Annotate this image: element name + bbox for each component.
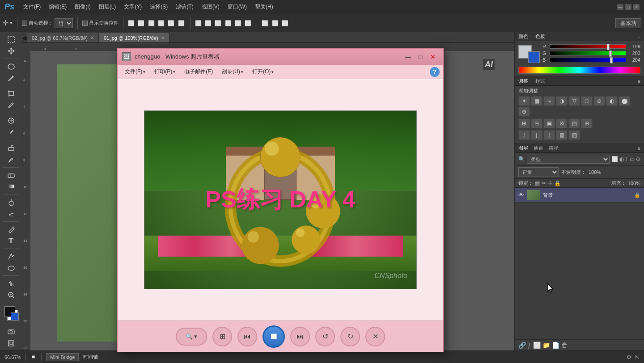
curves-6-btn[interactable]: ▨ xyxy=(568,130,580,140)
lock-transparent-icon[interactable]: ▦ xyxy=(535,180,540,186)
tab-2-close[interactable]: ✕ xyxy=(161,35,165,40)
pv-maximize-btn[interactable]: □ xyxy=(415,52,426,62)
pv-rotate-left-button[interactable]: ↺ xyxy=(315,327,335,346)
history-brush-tool[interactable] xyxy=(3,154,20,165)
menu-help[interactable]: 帮助(H) xyxy=(251,2,277,12)
levels-btn[interactable]: ▦ xyxy=(531,96,542,106)
workspace-selector[interactable]: 基本功 xyxy=(615,19,641,27)
pv-help-button[interactable]: ? xyxy=(430,67,440,77)
pv-close-btn[interactable]: ✕ xyxy=(427,52,439,62)
adjustment-filter-icon[interactable]: ◐ xyxy=(619,156,624,162)
auto-select-checkbox[interactable] xyxy=(22,21,27,26)
blend-mode-select[interactable]: 正常 xyxy=(518,167,559,177)
menu-edit[interactable]: 编辑(E) xyxy=(45,2,70,12)
close-button[interactable]: ✕ xyxy=(633,4,640,10)
pv-next-button[interactable]: ⏭ xyxy=(290,327,310,346)
settings-icon[interactable]: ⚙ xyxy=(627,354,631,360)
menu-file[interactable]: 文件(F) xyxy=(20,2,44,12)
lock-position-icon[interactable]: ✛ xyxy=(548,180,552,186)
selective-color-btn[interactable]: ⊞ xyxy=(581,118,593,128)
threshold-btn[interactable]: ⊠ xyxy=(556,118,568,128)
hue-saturation-btn[interactable]: ⬡ xyxy=(581,96,593,106)
styles-tab[interactable]: 样式 xyxy=(535,78,545,84)
expand-icon[interactable]: ⇱ xyxy=(635,354,640,360)
pv-delete-button[interactable]: ✕ xyxy=(365,327,385,346)
shape-filter-icon[interactable]: ▭ xyxy=(630,156,635,162)
exposure-btn[interactable]: ◑ xyxy=(556,96,568,106)
blue-channel-slider[interactable] xyxy=(550,58,626,62)
lasso-tool[interactable] xyxy=(3,61,20,72)
pv-menu-open[interactable]: 打开(O)▾ xyxy=(249,67,277,77)
add-style-btn[interactable]: ƒ xyxy=(528,342,531,349)
minimize-button[interactable]: — xyxy=(617,4,623,10)
healing-brush-tool[interactable] xyxy=(3,115,20,126)
pv-zoom-button[interactable]: 🔍 ▾ xyxy=(176,328,207,346)
pv-prev-button[interactable]: ⏮ xyxy=(237,327,257,346)
color-spectrum[interactable] xyxy=(518,67,640,74)
pv-menu-email[interactable]: 电子邮件(E) xyxy=(181,67,216,77)
eraser-tool[interactable] xyxy=(3,170,20,181)
menu-filter[interactable]: 滤镜(T) xyxy=(172,2,197,12)
path-selection-tool[interactable] xyxy=(3,251,20,262)
color-balance-btn[interactable]: ⊖ xyxy=(593,96,605,106)
transform-controls-checkbox[interactable] xyxy=(82,21,88,26)
layer-row-background[interactable]: 👁 背景 🔒 xyxy=(515,188,644,203)
move-tool[interactable] xyxy=(3,46,20,56)
menu-view[interactable]: 视图(V) xyxy=(198,2,223,12)
type-filter-icon[interactable]: T xyxy=(625,156,628,162)
paths-tab[interactable]: 路径 xyxy=(549,145,559,152)
pv-play-button[interactable]: ⏹ xyxy=(263,325,285,348)
layers-panel-menu-icon[interactable]: ≡ xyxy=(638,146,640,151)
mini-bridge-button[interactable]: Mini Bridge xyxy=(46,353,79,361)
channels-tab[interactable]: 通道 xyxy=(534,145,543,152)
pen-tool[interactable] xyxy=(3,224,20,235)
layer-type-filter[interactable]: 类型 xyxy=(527,155,610,164)
bw-btn[interactable]: ◐ xyxy=(606,96,618,106)
document-tab-1[interactable]: 02.jpg @ 66.7%(RGB/8#) ✕ xyxy=(27,33,99,42)
curves-2-btn[interactable]: ∫ xyxy=(518,130,530,140)
panel-collapse-left[interactable]: ≪ xyxy=(22,34,27,42)
delete-layer-btn[interactable]: 🗑 xyxy=(561,342,568,349)
clone-stamp-tool[interactable] xyxy=(3,143,20,153)
layer-visibility-icon[interactable]: 👁 xyxy=(518,192,524,198)
auto-select-dropdown[interactable]: 组 xyxy=(55,18,73,28)
magic-wand-tool[interactable] xyxy=(3,73,20,84)
curves-3-btn[interactable]: ∫ xyxy=(531,130,542,140)
link-layers-btn[interactable]: 🔗 xyxy=(518,342,526,349)
quick-mask-tool[interactable] xyxy=(3,326,20,337)
green-channel-thumb[interactable] xyxy=(609,51,612,57)
menu-select[interactable]: 选择(S) xyxy=(146,2,171,12)
tab-1-close[interactable]: ✕ xyxy=(90,35,94,40)
menu-window[interactable]: 窗口(W) xyxy=(224,2,250,12)
brightness-contrast-btn[interactable]: ✦ xyxy=(518,96,530,106)
color-fg-bg-swatches[interactable] xyxy=(518,45,540,63)
vibrance-btn[interactable]: ▽ xyxy=(568,96,580,106)
dodge-burn-tool[interactable] xyxy=(3,197,20,207)
red-channel-slider[interactable] xyxy=(550,44,626,49)
green-channel-slider[interactable] xyxy=(550,51,626,55)
curves-4-btn[interactable]: ∫ xyxy=(543,130,555,140)
curves-5-btn[interactable]: ▧ xyxy=(556,130,568,140)
lock-all-icon[interactable]: 🔒 xyxy=(554,180,561,186)
new-layer-btn[interactable]: 📄 xyxy=(552,342,559,349)
pv-rotate-right-button[interactable]: ↻ xyxy=(340,327,360,346)
crop-tool[interactable] xyxy=(3,88,20,99)
background-color-preview[interactable] xyxy=(528,51,540,63)
type-tool[interactable]: T xyxy=(3,236,20,246)
color-lookup-btn[interactable]: ⊞ xyxy=(518,118,530,128)
document-tab-2[interactable]: 01.jpg @ 100%(RGB/8#) ✕ xyxy=(99,33,169,42)
blue-channel-thumb[interactable] xyxy=(610,57,613,63)
hand-tool[interactable] xyxy=(3,278,20,289)
eyedropper-tool[interactable] xyxy=(3,100,20,110)
menu-image[interactable]: 图像(I) xyxy=(71,2,94,12)
red-channel-thumb[interactable] xyxy=(607,44,610,50)
photo-filter-btn[interactable]: ⬤ xyxy=(619,96,630,106)
pixel-filter-icon[interactable]: ⬜ xyxy=(611,156,618,162)
shape-tool[interactable] xyxy=(3,263,20,274)
color-swatches[interactable] xyxy=(3,306,20,321)
new-group-btn[interactable]: 📁 xyxy=(542,342,550,349)
pv-minimize-btn[interactable]: — xyxy=(402,52,414,62)
marquee-tool[interactable] xyxy=(3,34,20,45)
gradient-map-btn[interactable]: ▤ xyxy=(568,118,580,128)
maximize-button[interactable]: □ xyxy=(625,4,631,10)
